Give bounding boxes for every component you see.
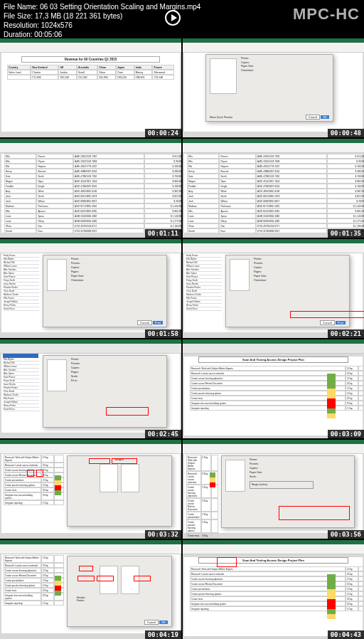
timestamp: 00:01:35 — [328, 229, 364, 238]
thumbnail[interactable]: Research: Work with Subject Matter Exper… — [183, 440, 364, 539]
file-name-label: File Name: — [4, 3, 38, 11]
thumbnail[interactable]: Research: Work with Subject Matter Exper… — [0, 440, 181, 539]
timestamp: 00:02:21 — [328, 329, 364, 338]
timestamp: 00:03:56 — [328, 530, 364, 539]
timestamp: 00:04:19 — [145, 630, 181, 639]
player-logo: MPC-HC — [293, 4, 360, 25]
red-highlight — [77, 576, 95, 581]
timestamp: 00:04:43 — [328, 630, 364, 639]
thumbnail[interactable]: Printer: Copies: Paper Size: Orientation… — [183, 38, 364, 137]
cancel-button[interactable]: Cancel — [137, 320, 151, 325]
file-size-label: File Size: — [4, 12, 33, 20]
thumbnail[interactable]: Emily EvansEllis BlytheMichael GillWilli… — [183, 239, 364, 338]
info-bar: File Name: 06 03 Setting Orientation Sca… — [0, 0, 364, 38]
red-highlight — [89, 458, 110, 464]
timestamp: 00:01:58 — [145, 329, 181, 338]
file-size-value: 17,3 MB (18 221 361 bytes) — [35, 12, 122, 20]
cancel-button[interactable]: Cancel — [144, 620, 159, 625]
red-highlight — [79, 566, 93, 571]
thumbnail[interactable]: Emily EvansEllis BlytheMichael GillWilli… — [0, 239, 181, 338]
sheet-title: Revenue for All Countries Q1 2015 — [21, 56, 160, 63]
resolution-label: Resolution: — [4, 21, 39, 29]
thumbnail[interactable]: Scan And Testing Access Design Project P… — [183, 540, 364, 639]
duration-label: Duration: — [4, 31, 33, 38]
timestamp: 00:03:32 — [145, 530, 181, 539]
ok-button[interactable]: OK — [159, 620, 168, 624]
timestamp: 00:00:24 — [145, 129, 181, 137]
timestamp: 00:00:48 — [328, 129, 364, 137]
red-highlight — [97, 576, 114, 581]
print-button[interactable]: Print — [336, 321, 346, 324]
thumbnail[interactable]: Revenue for All Countries Q1 2015 Countr… — [0, 38, 181, 137]
red-highlight — [217, 557, 237, 567]
cancel-button[interactable]: Cancel — [306, 115, 320, 120]
thumbnail[interactable]: Research: Work with Subject Matter Exper… — [0, 540, 181, 639]
red-highlight — [279, 506, 350, 520]
margins-panel: Margins (inches) — [250, 481, 314, 489]
red-highlight — [36, 470, 43, 477]
timestamp: 00:01:11 — [145, 229, 181, 238]
timestamp: 00:02:45 — [145, 430, 181, 438]
red-highlight — [112, 458, 137, 464]
thumbnail[interactable]: Scan And Testing Access Design Project P… — [183, 339, 364, 438]
file-name-value: 06 03 Setting Orientation Scaling and Ma… — [40, 3, 200, 11]
resolution-value: 1024x576 — [41, 21, 73, 29]
red-highlight — [106, 407, 149, 416]
thumbnail[interactable]: Emily EvansEllis BlytheMichael GillWilli… — [0, 339, 181, 438]
thumbnail[interactable]: EllisPearceA485 2341/5553 7392$ 915.00El… — [0, 139, 181, 238]
cancel-button[interactable]: Cancel — [320, 320, 334, 325]
red-highlight — [290, 311, 364, 318]
ok-button[interactable]: OK — [321, 115, 329, 119]
duration-value: 00:05:06 — [34, 31, 62, 38]
play-icon — [165, 10, 181, 26]
thumbnail-grid: Revenue for All Countries Q1 2015 Countr… — [0, 38, 364, 639]
timestamp: 00:03:09 — [328, 430, 364, 438]
red-highlight — [134, 576, 151, 581]
thumbnail[interactable]: EllisPearceA485 2341/5553 7392$ 915.00El… — [183, 139, 364, 238]
print-button[interactable]: Print — [153, 321, 163, 324]
red-highlight — [27, 470, 34, 477]
